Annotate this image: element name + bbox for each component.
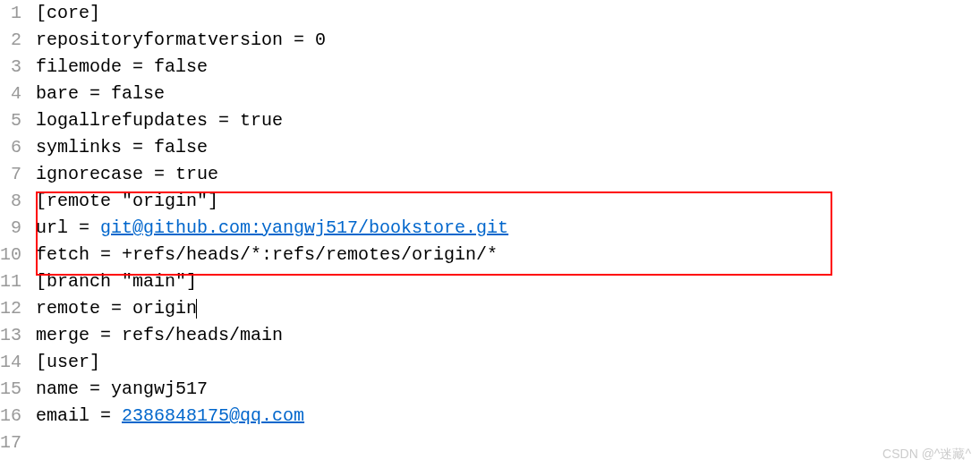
code-line[interactable] [36,430,980,456]
code-line[interactable]: [user] [36,349,980,376]
line-number: 14 [0,349,21,376]
line-number: 4 [0,81,21,107]
code-line[interactable]: logallrefupdates = true [36,107,980,134]
code-text: merge = refs/heads/main [36,322,283,349]
line-number: 8 [0,188,21,215]
line-number: 5 [0,107,21,134]
code-text: symlinks = false [36,134,208,161]
line-number-gutter: 1234567891011121314151617 [0,0,36,456]
code-text: [user] [36,349,100,376]
line-number: 7 [0,161,21,188]
watermark-text: CSDN @^迷藏^ [882,447,971,463]
line-number: 1 [0,0,21,27]
link-text[interactable]: git@github.com:yangwj517/bookstore.git [100,215,508,242]
line-number: 15 [0,376,21,403]
code-line[interactable]: merge = refs/heads/main [36,322,980,349]
code-line[interactable]: name = yangwj517 [36,376,980,403]
code-text: fetch = +refs/heads/*:refs/remotes/origi… [36,242,498,268]
code-text: [remote "origin"] [36,188,218,215]
line-number: 6 [0,134,21,161]
code-text: remote = origin [36,295,197,322]
code-line[interactable]: [branch "main"] [36,268,980,295]
code-line[interactable]: [remote "origin"] [36,188,980,215]
text-cursor [196,299,197,319]
line-number: 13 [0,322,21,349]
line-number: 2 [0,27,21,54]
code-text: filemode = false [36,54,208,81]
code-line[interactable]: url = git@github.com:yangwj517/bookstore… [36,215,980,242]
code-text: repositoryformatversion = 0 [36,27,326,54]
line-number: 10 [0,242,21,268]
code-text: url = [36,215,100,242]
code-line[interactable]: remote = origin [36,295,980,322]
code-text: logallrefupdates = true [36,107,283,134]
code-line[interactable]: repositoryformatversion = 0 [36,27,980,54]
link-text[interactable]: 2386848175@qq.com [122,403,304,430]
code-text: email = [36,403,122,430]
code-text: name = yangwj517 [36,376,208,403]
code-line[interactable]: ignorecase = true [36,161,980,188]
line-number: 9 [0,215,21,242]
code-line[interactable]: email = 2386848175@qq.com [36,403,980,430]
line-number: 11 [0,268,21,295]
line-number: 16 [0,403,21,430]
code-line[interactable]: symlinks = false [36,134,980,161]
code-editor[interactable]: 1234567891011121314151617 [core] reposit… [0,0,980,456]
line-number: 12 [0,295,21,322]
code-text: [branch "main"] [36,268,197,295]
code-line[interactable]: [core] [36,0,980,27]
code-line[interactable]: filemode = false [36,54,980,81]
code-text: bare = false [36,81,165,107]
line-number: 17 [0,430,21,456]
code-line[interactable]: bare = false [36,81,980,107]
code-content[interactable]: [core] repositoryformatversion = 0 filem… [36,0,980,456]
code-line[interactable]: fetch = +refs/heads/*:refs/remotes/origi… [36,242,980,268]
code-text: ignorecase = true [36,161,218,188]
code-text: [core] [36,0,100,27]
line-number: 3 [0,54,21,81]
